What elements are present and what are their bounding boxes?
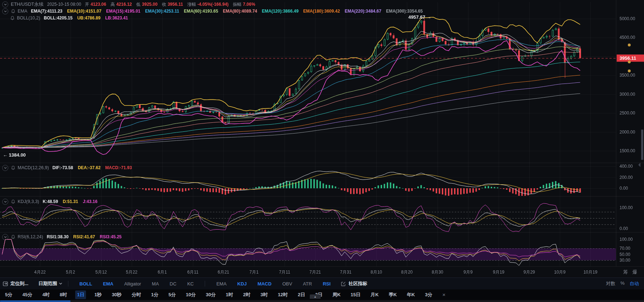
chevron-down-icon[interactable] [59,283,62,285]
indicator-value: EMA(15):4195.01 [106,9,140,14]
rsi-values: RSI1:38.30RSI2:41.67RSI3:45.25 [47,234,126,239]
locate-icon[interactable] [3,281,8,286]
symbol-label: ETH/USDT永续 [11,1,44,8]
indicator-title-rsi: RSI(6,12,24) [18,234,43,239]
indicator-value: DEA:-37.62 [78,165,100,170]
timeframe-30分[interactable]: 30分 [204,290,217,299]
toolbar-item-ATR[interactable]: ATR [303,281,312,287]
toolbar-item-Alligator[interactable]: Alligator [124,281,141,287]
indicator-value: EMA(30):4253.11 [145,9,179,14]
timeframe-15日[interactable]: 15日 [349,290,362,299]
alert-bell-icon[interactable] [11,199,15,204]
scale-control-%[interactable]: % [620,280,625,287]
macd-values: DIF:-73.58DEA:-37.62MACD:-71.93 [53,165,137,170]
timeframe-分时[interactable]: 分时 [130,290,143,299]
collapse-chevron-icon[interactable] [2,234,8,240]
indicator-value: UB:4786.89 [77,15,101,21]
timeframe-1秒[interactable]: 1秒 [92,290,103,299]
ohlc-收: 收3956.11 [162,1,183,8]
timeframe-1日[interactable]: 1日 [75,290,86,299]
toolbar-item-KDJ[interactable]: KDJ [237,281,247,287]
edit-icon[interactable] [341,281,346,286]
indicator-value: MACD:-71.93 [105,165,132,170]
timeframe-季K[interactable]: 季K [387,290,398,299]
timeframe-5分[interactable]: 5分 [167,290,177,299]
timeframe-4时[interactable]: 4时 [41,290,51,299]
alert-bell-icon[interactable] [11,165,15,170]
boll-values: BOLL:4205.15UB:4786.89LB:3623.41 [44,15,133,21]
timeframe-1时[interactable]: 1时 [224,290,235,299]
toolbar-item-RSI[interactable]: RSI [323,281,331,287]
indicator-value: EMA(7):4111.23 [31,9,62,14]
timeframe-30秒[interactable]: 30秒 [110,290,123,299]
horizontal-scroll-strip[interactable] [0,300,644,302]
indicator-value: K:48.59 [43,199,58,204]
candle-datetime: 2025-10-15 08:00 [47,2,81,7]
ohlc-values: 开4123.06高4216.12低3925.00收3956.11涨幅-4.05%… [85,1,260,8]
toolbar-item-EMA[interactable]: EMA [216,281,226,287]
timeframe-close-button[interactable]: × [440,290,447,299]
timeframe-45分[interactable]: 45分 [21,290,34,299]
alert-bell-icon[interactable] [10,15,15,21]
corner-button-筹[interactable]: 筹 [623,269,628,275]
timeframe-12时[interactable]: 12时 [276,290,289,299]
timeframe-3分[interactable]: 3分 [423,290,434,299]
date-range-button[interactable]: 日期范围 [38,280,57,287]
indicator-value: LB:3623.41 [105,15,128,21]
timeframe-2时[interactable]: 2时 [241,290,252,299]
collapse-chevron-icon[interactable] [2,8,8,14]
indicator-value: EMA(10):4151.07 [67,9,101,14]
scroll-thumb[interactable] [0,301,71,302]
timeframe-5分[interactable]: 5分 [3,290,14,299]
scale-control-对数[interactable]: 对数 [606,280,615,287]
indicator-value: EMA(180):3609.42 [303,9,340,14]
collapse-chevron-icon[interactable] [2,1,8,8]
indicator-title-kdj: KDJ(9,3,3) [18,199,39,204]
boll-header-row: BOLL(10,2) BOLL:4205.15UB:4786.89LB:3623… [10,15,133,21]
ohlc-低: 低3925.00 [136,1,158,8]
toolbar-item-DC[interactable]: DC [170,281,177,287]
toolbar-item-KC[interactable]: KC [187,281,194,287]
corner-button-爆[interactable]: 爆 [632,269,637,275]
ohlc-振幅: 振幅7.06% [233,1,255,8]
indicator-value: RSI3:45.25 [100,234,122,239]
timeframe-10分[interactable]: 10分 [184,290,198,299]
rsi-header-row: RSI(6,12,24) RSI1:38.30RSI2:41.67RSI3:45… [2,234,126,240]
collapse-chevron-icon[interactable] [2,165,8,171]
indicator-value: EMA(80):4089.74 [223,9,257,14]
timeframe-8时[interactable]: 8时 [58,290,69,299]
timeframe-月K[interactable]: 月K [369,290,380,299]
pane-indicator-group: EMAKDJMACDOBVATRRSI [211,281,336,287]
timeframe-3时[interactable]: 3时 [259,290,269,299]
toolbar-item-EMA[interactable]: EMA [103,281,113,287]
indicator-value: BOLL:4205.15 [44,15,73,21]
community-indicators-button[interactable]: 社区指标 [349,280,367,287]
toolbar-item-MA[interactable]: MA [152,281,159,287]
alert-bell-icon[interactable] [11,234,15,239]
toolbar-collapse-button[interactable]: ▲ [310,294,321,299]
toolbar-item-OBV[interactable]: OBV [282,281,292,287]
ohlc-高: 高4216.12 [110,1,132,8]
indicator-value: EMA(300):3354.65 [386,9,423,14]
toolbar-item-BOLL[interactable]: BOLL [80,281,92,287]
indicator-value: RSI1:38.30 [47,234,69,239]
indicator-value: EMA(60):4193.65 [184,9,218,14]
timeframe-周K[interactable]: 周K [331,290,342,299]
indicator-toolbar: 定位到... 日期范围 BOLLEMAAlligatorMADCKC EMAKD… [0,278,644,289]
indicator-value: EMA(120):3866.49 [262,9,299,14]
indicator-title-ema: EMA [18,9,27,14]
toolbar-item-MACD[interactable]: MACD [258,281,272,287]
scale-control-自动[interactable]: 自动 [630,280,639,287]
indicator-value: D:51.31 [63,199,78,204]
trading-terminal: { "header": { "symbol": "ETH/USDT永续", "d… [0,0,644,302]
timeframe-2日[interactable]: 2日 [296,290,307,299]
scroll-track[interactable] [0,301,644,302]
ema-values: EMA(7):4111.23EMA(10):4151.07EMA(15):419… [31,9,427,14]
alert-bell-icon[interactable] [11,9,15,14]
timeframe-1分[interactable]: 1分 [149,290,160,299]
locate-button[interactable]: 定位到... [10,280,28,287]
timeframe-年K[interactable]: 年K [405,290,417,299]
symbol-header-row: ETH/USDT永续 2025-10-15 08:00 开4123.06高421… [2,1,259,8]
corner-buttons: 筹爆 [623,269,637,275]
collapse-chevron-icon[interactable] [2,199,8,205]
